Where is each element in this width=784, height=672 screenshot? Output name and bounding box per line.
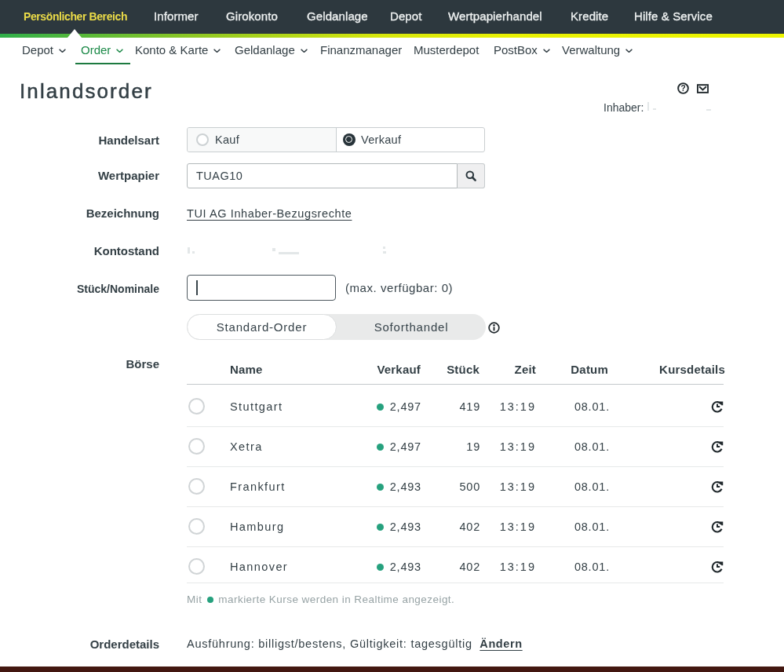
svg-text:?: ? (680, 84, 685, 93)
